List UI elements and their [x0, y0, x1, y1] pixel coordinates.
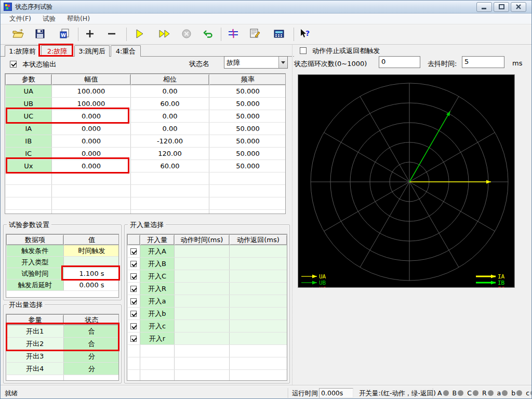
input-ret-time-cell[interactable] — [230, 320, 287, 332]
menu-item-2[interactable]: 帮助(H) — [61, 14, 96, 24]
loop-count-input[interactable]: 0 — [379, 56, 420, 68]
stop-button[interactable] — [178, 26, 195, 42]
input-ret-time-cell[interactable] — [230, 258, 287, 270]
input-name-cell[interactable]: 开入R — [140, 283, 175, 295]
param-value-cell[interactable]: 60.00 — [131, 98, 209, 110]
param-value-cell[interactable]: 0.00 — [131, 110, 209, 123]
param-value-cell[interactable]: 50.000 — [209, 98, 286, 110]
param-value-cell[interactable]: 100.000 — [52, 85, 131, 98]
param-name-cell[interactable]: IC — [6, 148, 52, 160]
param-name-cell[interactable]: UA — [6, 85, 52, 98]
output-name-cell[interactable]: 开出2 — [7, 338, 64, 350]
save-button[interactable] — [31, 26, 49, 42]
input-row-checkbox[interactable] — [130, 261, 137, 267]
param-value-cell[interactable]: 50.000 — [209, 160, 286, 172]
state-output-checkbox-box[interactable] — [10, 61, 17, 68]
param-value-cell[interactable]: 0.000 — [52, 123, 131, 135]
param-value-cell[interactable]: 50.000 — [209, 85, 286, 98]
input-row-checkbox[interactable] — [130, 311, 137, 317]
output-name-cell[interactable]: 开出4 — [7, 363, 64, 375]
input-ret-time-cell[interactable] — [230, 332, 287, 345]
tab-state-4[interactable]: 4:重合 — [111, 45, 141, 57]
input-row-checkbox[interactable] — [130, 336, 137, 342]
close-button[interactable] — [511, 2, 526, 12]
debounce-input[interactable]: 5 — [462, 56, 504, 68]
input-row-checkbox[interactable] — [130, 298, 137, 304]
param-value-cell[interactable]: 0.000 — [52, 148, 131, 160]
param-value-cell[interactable]: 50.000 — [209, 110, 286, 123]
test-params-value-cell[interactable]: 1.100 s — [64, 268, 119, 280]
input-ret-time-cell[interactable] — [230, 308, 287, 320]
input-row-checkbox[interactable] — [130, 248, 137, 255]
output-state-cell[interactable]: 分 — [64, 350, 119, 363]
input-name-cell[interactable]: 开入c — [140, 320, 175, 332]
trigger-checkbox-box[interactable] — [300, 47, 307, 54]
open-button[interactable] — [9, 26, 27, 42]
param-name-cell[interactable]: UC — [6, 110, 52, 123]
input-name-cell[interactable]: 开入A — [140, 245, 175, 258]
param-value-cell[interactable]: 0.000 — [52, 110, 131, 123]
param-value-cell[interactable]: 0.000 — [52, 160, 131, 172]
input-name-cell[interactable]: 开入C — [140, 270, 175, 283]
soft-panel-button[interactable] — [270, 26, 288, 42]
menu-item-0[interactable]: 文件(F) — [4, 14, 37, 24]
input-row-checkbox[interactable] — [130, 273, 137, 280]
input-name-cell[interactable]: 开入b — [140, 308, 175, 320]
param-value-cell[interactable]: -120.00 — [131, 135, 209, 148]
input-act-time-cell[interactable] — [175, 270, 230, 283]
test-params-value-cell[interactable] — [64, 257, 119, 268]
output-state-cell[interactable]: 分 — [64, 363, 119, 375]
param-name-cell[interactable]: IA — [6, 123, 52, 135]
minimize-button[interactable] — [476, 2, 492, 12]
input-act-time-cell[interactable] — [175, 295, 230, 308]
param-value-cell[interactable]: 0.000 — [52, 135, 131, 148]
maximize-button[interactable] — [494, 2, 509, 12]
param-value-cell[interactable]: 50.000 — [209, 135, 286, 148]
param-value-cell[interactable]: 100.000 — [52, 98, 131, 110]
undo-button[interactable] — [200, 26, 217, 42]
context-help-button[interactable]: ? — [296, 26, 314, 42]
param-name-cell[interactable]: Ux — [6, 160, 52, 172]
param-value-cell[interactable]: 0.00 — [131, 123, 209, 135]
input-name-cell[interactable]: 开入r — [140, 332, 175, 345]
tab-state-3[interactable]: 3:跳闸后 — [74, 45, 110, 57]
input-row-checkbox[interactable] — [130, 286, 137, 292]
input-name-cell[interactable]: 开入B — [140, 258, 175, 270]
input-act-time-cell[interactable] — [175, 320, 230, 332]
output-state-cell[interactable]: 合 — [64, 338, 119, 350]
output-wiring-button[interactable] — [224, 26, 242, 42]
input-act-time-cell[interactable] — [175, 283, 230, 295]
combo-dropdown-button[interactable] — [278, 57, 287, 68]
input-ret-time-cell[interactable] — [230, 283, 287, 295]
test-params-value-cell[interactable]: 0.000 s — [64, 280, 119, 291]
test-params-value-cell[interactable]: 时间触发 — [64, 245, 119, 257]
add-state-button[interactable] — [81, 26, 99, 42]
param-value-cell[interactable]: 50.000 — [209, 123, 286, 135]
tab-state-1[interactable]: 1:故障前 — [5, 45, 40, 57]
param-value-cell[interactable]: 60.00 — [131, 160, 209, 172]
input-ret-time-cell[interactable] — [230, 295, 287, 308]
param-value-cell[interactable]: 0.00 — [131, 85, 209, 98]
input-ret-time-cell[interactable] — [230, 245, 287, 258]
input-ret-time-cell[interactable] — [230, 270, 287, 283]
export-word-button[interactable]: W — [56, 26, 74, 42]
menu-item-1[interactable]: 试验 — [37, 14, 61, 24]
input-name-cell[interactable]: 开入a — [140, 295, 175, 308]
tab-state-2[interactable]: 2:故障 — [41, 45, 73, 57]
report-button[interactable] — [246, 26, 264, 42]
param-value-cell[interactable]: 50.000 — [209, 148, 286, 160]
output-name-cell[interactable]: 开出1 — [7, 325, 64, 338]
param-value-cell[interactable]: 120.00 — [131, 148, 209, 160]
output-state-cell[interactable]: 合 — [64, 325, 119, 338]
state-output-checkbox[interactable]: 本状态输出 — [10, 60, 56, 69]
output-name-cell[interactable]: 开出3 — [7, 350, 64, 363]
input-act-time-cell[interactable] — [175, 332, 230, 345]
param-name-cell[interactable]: IB — [6, 135, 52, 148]
trigger-checkbox[interactable]: 动作停止或返回都触发 — [300, 46, 380, 56]
input-row-checkbox[interactable] — [130, 323, 137, 329]
param-name-cell[interactable]: UB — [6, 98, 52, 110]
input-act-time-cell[interactable] — [175, 245, 230, 258]
input-act-time-cell[interactable] — [175, 258, 230, 270]
state-name-combo[interactable]: 故障 — [224, 56, 288, 69]
remove-state-button[interactable] — [103, 26, 121, 42]
